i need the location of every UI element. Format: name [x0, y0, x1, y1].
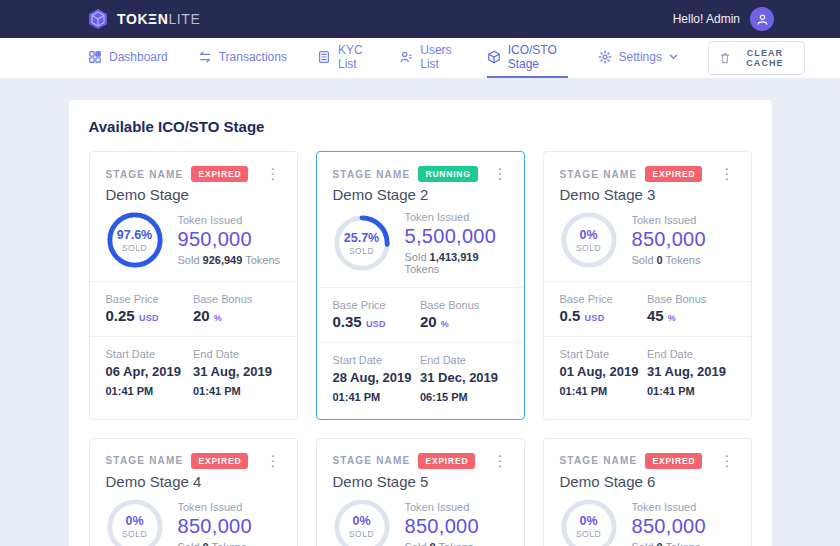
base-price-value: 0.25 USD: [106, 307, 194, 324]
stage-title: Demo Stage 3: [560, 186, 735, 203]
sold-word: SOLD: [576, 529, 601, 539]
end-date-label: End Date: [647, 348, 735, 360]
user-avatar[interactable]: [750, 7, 774, 31]
dashboard-grid-icon: [88, 50, 102, 64]
base-price-label: Base Price: [106, 293, 194, 305]
stage-card-grid: STAGE NAME EXPIRED ⋮ Demo Stage 97.6%SOL…: [89, 151, 752, 546]
token-issued-label: Token Issued: [178, 214, 281, 226]
sold-tokens-line: Sold 926,949 Tokens: [178, 254, 281, 266]
token-issued-value: 5,500,000: [405, 225, 508, 248]
start-date-label: Start Date: [106, 348, 194, 360]
nav-label: Users List: [420, 43, 456, 71]
sold-word: SOLD: [122, 243, 147, 253]
sold-percent: 97.6%: [117, 228, 152, 242]
base-bonus-value: 20 %: [420, 313, 508, 330]
kebab-menu-icon[interactable]: ⋮: [266, 167, 281, 181]
stage-title: Demo Stage 2: [333, 186, 508, 203]
tokenlite-logo-icon: [87, 8, 109, 30]
sold-percent: 0%: [352, 514, 370, 528]
sold-percent: 25.7%: [344, 231, 379, 245]
stage-name-label: STAGE NAME: [333, 455, 411, 466]
base-price-label: Base Price: [333, 299, 421, 311]
stage-card: STAGE NAME EXPIRED ⋮ Demo Stage 6 0%SOLD…: [543, 438, 752, 546]
kebab-menu-icon[interactable]: ⋮: [720, 167, 735, 181]
base-bonus-value: 20 %: [193, 307, 281, 324]
end-date-value: 31 Aug, 2019 01:41 PM: [647, 363, 735, 401]
stage-name-label: STAGE NAME: [106, 455, 184, 466]
main-navigation: Dashboard Transactions KYC List Users Li…: [0, 38, 840, 78]
stage-title: Demo Stage 4: [106, 473, 281, 490]
top-header-bar: TOKΞNLITE Hello! Admin: [0, 0, 840, 38]
status-badge: EXPIRED: [645, 453, 702, 469]
stage-name-label: STAGE NAME: [560, 169, 638, 180]
person-icon: [756, 13, 769, 26]
stage-card: STAGE NAME EXPIRED ⋮ Demo Stage 5 0%SOLD…: [316, 438, 525, 546]
token-issued-value: 850,000: [632, 228, 706, 251]
stage-name-label: STAGE NAME: [106, 169, 184, 180]
end-date-label: End Date: [193, 348, 281, 360]
stage-card: STAGE NAME EXPIRED ⋮ Demo Stage 3 0%SOLD…: [543, 151, 752, 420]
base-bonus-value: 45 %: [647, 307, 735, 324]
sold-tokens-line: Sold 0 Tokens: [178, 541, 252, 546]
tokenlite-logo[interactable]: TOKΞNLITE: [87, 8, 200, 30]
nav-label: KYC List: [338, 43, 369, 71]
nav-label: Transactions: [219, 50, 287, 64]
status-badge: EXPIRED: [645, 166, 702, 182]
token-issued-label: Token Issued: [405, 211, 508, 223]
sold-progress-ring: 0%SOLD: [106, 498, 164, 546]
end-date-value: 31 Aug, 2019 01:41 PM: [193, 363, 281, 401]
token-issued-label: Token Issued: [632, 214, 706, 226]
nav-item-settings[interactable]: Settings: [598, 38, 678, 78]
stage-title: Demo Stage 6: [560, 473, 735, 490]
greeting-text: Hello! Admin: [673, 12, 740, 26]
user-icon: [399, 50, 413, 64]
nav-item-kyc-list[interactable]: KYC List: [317, 38, 369, 78]
status-badge: EXPIRED: [191, 453, 248, 469]
token-issued-label: Token Issued: [632, 501, 706, 513]
content-panel: Available ICO/STO Stage STAGE NAME EXPIR…: [69, 100, 772, 546]
sold-word: SOLD: [576, 243, 601, 253]
kebab-menu-icon[interactable]: ⋮: [720, 454, 735, 468]
start-date-value: 01 Aug, 2019 01:41 PM: [560, 363, 648, 401]
trash-icon: [720, 52, 730, 64]
start-date-value: 06 Apr, 2019 01:41 PM: [106, 363, 194, 401]
document-list-icon: [317, 50, 331, 64]
stage-card: STAGE NAME RUNNING ⋮ Demo Stage 2 25.7%S…: [316, 151, 525, 420]
start-date-value: 28 Aug, 2019 01:41 PM: [333, 369, 421, 407]
token-issued-label: Token Issued: [178, 501, 252, 513]
sold-progress-ring: 0%SOLD: [560, 211, 618, 269]
status-badge: EXPIRED: [418, 453, 475, 469]
token-issued-value: 950,000: [178, 228, 281, 251]
sold-percent: 0%: [579, 514, 597, 528]
end-date-value: 31 Dec, 2019 06:15 PM: [420, 369, 508, 407]
clear-cache-button[interactable]: CLEAR CACHE: [708, 41, 805, 75]
nav-label: ICO/STO Stage: [508, 43, 568, 71]
end-date-label: End Date: [420, 354, 508, 366]
sold-progress-ring: 0%SOLD: [333, 498, 391, 546]
sold-percent: 0%: [579, 228, 597, 242]
sold-progress-ring: 25.7%SOLD: [333, 214, 391, 272]
base-price-value: 0.35 USD: [333, 313, 421, 330]
kebab-menu-icon[interactable]: ⋮: [493, 454, 508, 468]
nav-item-users-list[interactable]: Users List: [399, 38, 456, 78]
token-issued-label: Token Issued: [405, 501, 479, 513]
stage-title: Demo Stage 5: [333, 473, 508, 490]
sold-tokens-line: Sold 0 Tokens: [632, 254, 706, 266]
stage-title: Demo Stage: [106, 186, 281, 203]
sold-tokens-line: Sold 0 Tokens: [405, 541, 479, 546]
nav-item-dashboard[interactable]: Dashboard: [88, 38, 168, 78]
sold-word: SOLD: [349, 529, 374, 539]
swap-arrows-icon: [198, 50, 212, 64]
base-price-value: 0.5 USD: [560, 307, 648, 324]
chevron-down-icon: [669, 54, 678, 60]
kebab-menu-icon[interactable]: ⋮: [266, 454, 281, 468]
token-issued-value: 850,000: [178, 515, 252, 538]
start-date-label: Start Date: [333, 354, 421, 366]
kebab-menu-icon[interactable]: ⋮: [493, 167, 508, 181]
nav-label: Settings: [619, 50, 662, 64]
status-badge: RUNNING: [418, 166, 477, 182]
nav-item-transactions[interactable]: Transactions: [198, 38, 287, 78]
cube-icon: [487, 50, 501, 64]
page-title: Available ICO/STO Stage: [89, 118, 752, 135]
nav-item-ico-sto-stage[interactable]: ICO/STO Stage: [487, 38, 568, 78]
